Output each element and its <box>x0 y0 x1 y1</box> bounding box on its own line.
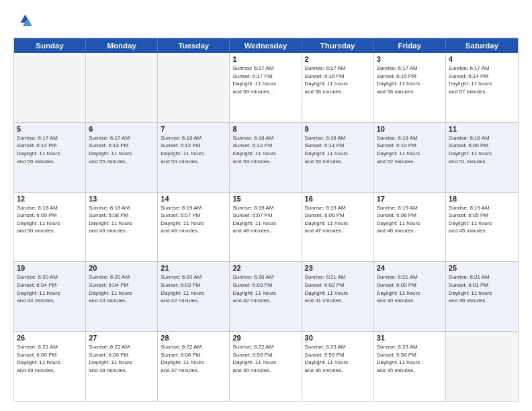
day-info: Sunrise: 6:20 AM Sunset: 6:04 PM Dayligh… <box>89 273 154 304</box>
day-number: 1 <box>232 55 298 63</box>
day-info: Sunrise: 6:17 AM Sunset: 6:14 PM Dayligh… <box>17 134 83 165</box>
day-info: Sunrise: 6:20 AM Sunset: 6:03 PM Dayligh… <box>161 273 226 304</box>
logo <box>13 12 35 31</box>
day-info: Sunrise: 6:17 AM Sunset: 6:13 PM Dayligh… <box>89 134 154 165</box>
day-number: 8 <box>232 125 298 133</box>
day-info: Sunrise: 6:21 AM Sunset: 6:02 PM Dayligh… <box>377 273 443 304</box>
day-info: Sunrise: 6:19 AM Sunset: 6:07 PM Dayligh… <box>232 204 298 235</box>
day-number: 16 <box>305 195 371 203</box>
day-number: 15 <box>232 195 298 203</box>
calendar-day-cell: 31Sunrise: 6:23 AM Sunset: 5:58 PM Dayli… <box>374 332 446 401</box>
calendar-day-cell: 23Sunrise: 6:21 AM Sunset: 6:02 PM Dayli… <box>302 262 374 331</box>
day-info: Sunrise: 6:22 AM Sunset: 6:00 PM Dayligh… <box>89 343 154 374</box>
calendar-day-cell: 3Sunrise: 6:17 AM Sunset: 6:15 PM Daylig… <box>374 53 446 122</box>
calendar-day-cell: 24Sunrise: 6:21 AM Sunset: 6:02 PM Dayli… <box>374 262 446 331</box>
day-info: Sunrise: 6:19 AM Sunset: 6:07 PM Dayligh… <box>161 204 226 235</box>
day-number: 4 <box>449 55 515 63</box>
calendar-day-cell: 8Sunrise: 6:18 AM Sunset: 6:12 PM Daylig… <box>230 123 302 192</box>
day-number: 27 <box>89 334 154 342</box>
day-number: 14 <box>161 195 226 203</box>
day-number: 20 <box>89 264 154 272</box>
calendar-day-cell: 6Sunrise: 6:17 AM Sunset: 6:13 PM Daylig… <box>86 123 158 192</box>
day-info: Sunrise: 6:18 AM Sunset: 6:09 PM Dayligh… <box>17 204 83 235</box>
day-number: 9 <box>305 125 371 133</box>
calendar-day-cell: 9Sunrise: 6:18 AM Sunset: 6:11 PM Daylig… <box>302 123 374 192</box>
day-info: Sunrise: 6:22 AM Sunset: 6:00 PM Dayligh… <box>161 343 226 374</box>
calendar-day-cell: 11Sunrise: 6:18 AM Sunset: 6:09 PM Dayli… <box>446 123 518 192</box>
calendar-day-cell: 16Sunrise: 6:19 AM Sunset: 6:06 PM Dayli… <box>302 193 374 262</box>
day-number: 29 <box>232 334 298 342</box>
calendar-day-cell: 2Sunrise: 6:17 AM Sunset: 6:16 PM Daylig… <box>302 53 374 122</box>
calendar-day-cell: 10Sunrise: 6:18 AM Sunset: 6:10 PM Dayli… <box>374 123 446 192</box>
day-info: Sunrise: 6:22 AM Sunset: 5:59 PM Dayligh… <box>232 343 298 374</box>
day-info: Sunrise: 6:21 AM Sunset: 6:01 PM Dayligh… <box>449 273 515 304</box>
day-number: 24 <box>377 264 443 272</box>
day-number: 18 <box>449 195 515 203</box>
day-info: Sunrise: 6:17 AM Sunset: 6:15 PM Dayligh… <box>377 64 443 95</box>
calendar-row: 26Sunrise: 6:21 AM Sunset: 6:00 PM Dayli… <box>14 331 518 401</box>
day-number: 11 <box>449 125 515 133</box>
day-number: 6 <box>89 125 154 133</box>
calendar-day-cell: 13Sunrise: 6:18 AM Sunset: 6:08 PM Dayli… <box>86 193 158 262</box>
calendar-day-cell: 19Sunrise: 6:20 AM Sunset: 6:04 PM Dayli… <box>14 262 86 331</box>
page-header <box>13 12 519 31</box>
day-number: 21 <box>161 264 226 272</box>
calendar-day-cell: 14Sunrise: 6:19 AM Sunset: 6:07 PM Dayli… <box>158 193 230 262</box>
calendar-day-cell: 30Sunrise: 6:23 AM Sunset: 5:59 PM Dayli… <box>302 332 374 401</box>
day-info: Sunrise: 6:19 AM Sunset: 6:06 PM Dayligh… <box>377 204 443 235</box>
calendar-day-cell: 27Sunrise: 6:22 AM Sunset: 6:00 PM Dayli… <box>86 332 158 401</box>
day-number: 7 <box>161 125 226 133</box>
day-info: Sunrise: 6:23 AM Sunset: 5:59 PM Dayligh… <box>305 343 371 374</box>
calendar: SundayMondayTuesdayWednesdayThursdayFrid… <box>13 38 519 402</box>
calendar-day-cell: 21Sunrise: 6:20 AM Sunset: 6:03 PM Dayli… <box>158 262 230 331</box>
weekday-header: Tuesday <box>158 38 230 53</box>
day-info: Sunrise: 6:18 AM Sunset: 6:10 PM Dayligh… <box>377 134 443 165</box>
calendar-header: SundayMondayTuesdayWednesdayThursdayFrid… <box>14 38 518 53</box>
day-info: Sunrise: 6:21 AM Sunset: 6:02 PM Dayligh… <box>305 273 371 304</box>
logo-icon <box>13 12 32 31</box>
calendar-empty-cell <box>86 53 158 122</box>
weekday-header: Friday <box>374 38 446 53</box>
day-number: 13 <box>89 195 154 203</box>
day-info: Sunrise: 6:23 AM Sunset: 5:58 PM Dayligh… <box>377 343 443 374</box>
day-info: Sunrise: 6:19 AM Sunset: 6:05 PM Dayligh… <box>449 204 515 235</box>
calendar-day-cell: 15Sunrise: 6:19 AM Sunset: 6:07 PM Dayli… <box>230 193 302 262</box>
calendar-day-cell: 17Sunrise: 6:19 AM Sunset: 6:06 PM Dayli… <box>374 193 446 262</box>
calendar-day-cell: 26Sunrise: 6:21 AM Sunset: 6:00 PM Dayli… <box>14 332 86 401</box>
day-info: Sunrise: 6:18 AM Sunset: 6:09 PM Dayligh… <box>449 134 515 165</box>
calendar-empty-cell <box>14 53 86 122</box>
day-number: 31 <box>377 334 443 342</box>
calendar-row: 19Sunrise: 6:20 AM Sunset: 6:04 PM Dayli… <box>14 261 518 331</box>
weekday-header: Monday <box>86 38 158 53</box>
day-info: Sunrise: 6:19 AM Sunset: 6:06 PM Dayligh… <box>305 204 371 235</box>
day-info: Sunrise: 6:18 AM Sunset: 6:12 PM Dayligh… <box>161 134 226 165</box>
day-number: 10 <box>377 125 443 133</box>
day-number: 22 <box>232 264 298 272</box>
calendar-day-cell: 29Sunrise: 6:22 AM Sunset: 5:59 PM Dayli… <box>230 332 302 401</box>
weekday-header: Sunday <box>14 38 86 53</box>
day-number: 17 <box>377 195 443 203</box>
day-number: 19 <box>17 264 83 272</box>
day-number: 2 <box>305 55 371 63</box>
day-number: 12 <box>17 195 83 203</box>
day-info: Sunrise: 6:18 AM Sunset: 6:11 PM Dayligh… <box>305 134 371 165</box>
day-info: Sunrise: 6:20 AM Sunset: 6:03 PM Dayligh… <box>232 273 298 304</box>
calendar-day-cell: 5Sunrise: 6:17 AM Sunset: 6:14 PM Daylig… <box>14 123 86 192</box>
day-number: 26 <box>17 334 83 342</box>
day-info: Sunrise: 6:17 AM Sunset: 6:16 PM Dayligh… <box>305 64 371 95</box>
calendar-empty-cell <box>446 332 518 401</box>
day-info: Sunrise: 6:18 AM Sunset: 6:08 PM Dayligh… <box>89 204 154 235</box>
day-info: Sunrise: 6:21 AM Sunset: 6:00 PM Dayligh… <box>17 343 83 374</box>
calendar-day-cell: 20Sunrise: 6:20 AM Sunset: 6:04 PM Dayli… <box>86 262 158 331</box>
calendar-day-cell: 22Sunrise: 6:20 AM Sunset: 6:03 PM Dayli… <box>230 262 302 331</box>
day-info: Sunrise: 6:17 AM Sunset: 6:14 PM Dayligh… <box>449 64 515 95</box>
calendar-empty-cell <box>158 53 230 122</box>
day-number: 5 <box>17 125 83 133</box>
calendar-day-cell: 25Sunrise: 6:21 AM Sunset: 6:01 PM Dayli… <box>446 262 518 331</box>
calendar-day-cell: 18Sunrise: 6:19 AM Sunset: 6:05 PM Dayli… <box>446 193 518 262</box>
calendar-body: 1Sunrise: 6:17 AM Sunset: 6:17 PM Daylig… <box>14 53 518 401</box>
day-info: Sunrise: 6:20 AM Sunset: 6:04 PM Dayligh… <box>17 273 83 304</box>
calendar-day-cell: 28Sunrise: 6:22 AM Sunset: 6:00 PM Dayli… <box>158 332 230 401</box>
calendar-row: 5Sunrise: 6:17 AM Sunset: 6:14 PM Daylig… <box>14 122 518 192</box>
day-number: 3 <box>377 55 443 63</box>
